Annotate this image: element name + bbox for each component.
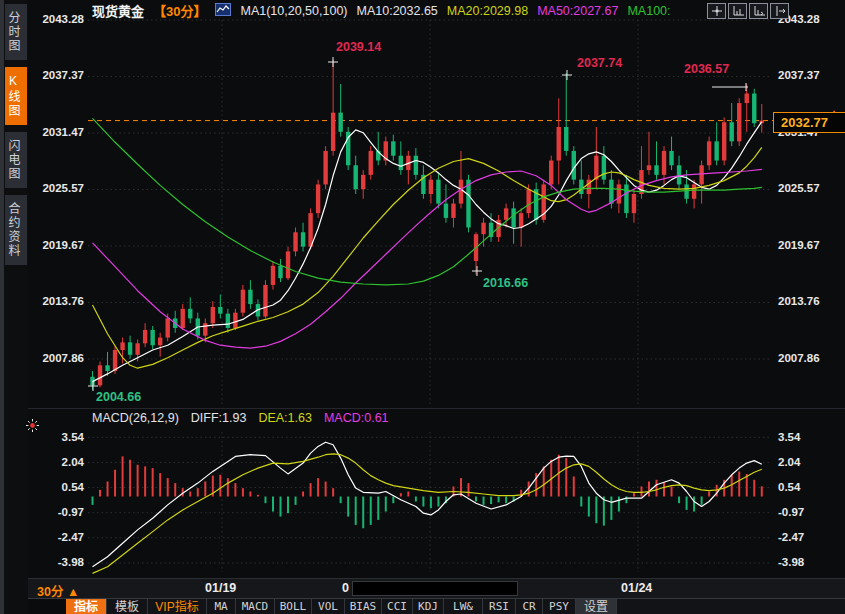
macd-axis-label-left: -0.97 <box>34 506 84 518</box>
price-axis-label-left: 2007.86 <box>34 352 84 364</box>
high-annotation: 2039.14 <box>336 40 381 54</box>
tab-rsi[interactable]: RSI <box>483 599 516 614</box>
sidebar-item-kline-chart[interactable]: K线图 <box>5 67 27 125</box>
chart-toolbar <box>707 3 789 19</box>
tab-indicator[interactable]: 指标 <box>66 599 107 614</box>
panel-divider <box>28 408 845 409</box>
date-label: 01/24 <box>621 581 652 595</box>
macd-axis-label-left: -2.47 <box>34 531 84 543</box>
low-annotation: 2004.66 <box>96 390 141 404</box>
macd-axis-label-left: 2.04 <box>34 456 84 468</box>
sidebar: 分时图 K线图 闪电图 合约资料 <box>0 0 28 614</box>
axis-pan-icon[interactable] <box>749 3 768 19</box>
tab-cci[interactable]: CCI <box>382 599 413 614</box>
sidebar-item-time-chart[interactable]: 分时图 <box>5 4 27 60</box>
macd-axis-label-right: 3.54 <box>778 431 828 443</box>
price-axis-label-left: 2031.47 <box>34 126 84 138</box>
chart-canvas[interactable] <box>0 0 845 614</box>
tab-bias[interactable]: BIAS <box>345 599 382 614</box>
macd-dea-value: DEA:1.63 <box>258 411 312 425</box>
macd-axis-label-left: 3.54 <box>34 431 84 443</box>
crosshair-icon[interactable] <box>707 3 726 19</box>
time-axis-bar: 30分 ▲ 01/19 0 01/24 <box>28 578 845 598</box>
tab-vol[interactable]: VOL <box>312 599 345 614</box>
ma10-value: MA10:2032.65 <box>357 4 438 18</box>
macd-diff-value: DIFF:1.93 <box>191 411 247 425</box>
price-axis-label-left: 2037.37 <box>34 69 84 81</box>
tab-vip-indicator[interactable]: VIP指标 <box>148 599 207 614</box>
scrollbar-thumb[interactable] <box>352 581 518 596</box>
macd-header: MACD(26,12,9) DIFF:1.93 DEA:1.63 MACD:0.… <box>92 411 389 425</box>
app-window: 分时图 K线图 闪电图 合约资料 现货黄金 【30分】 MA1(10,20,50… <box>0 0 845 614</box>
price-axis-label-left: 2019.67 <box>34 239 84 251</box>
macd-axis-label-right: -0.97 <box>778 506 828 518</box>
chart-header: 现货黄金 【30分】 MA1(10,20,50,100) MA10:2032.6… <box>92 2 671 19</box>
low-annotation: 2016.66 <box>483 276 528 290</box>
ma20-value: MA20:2029.98 <box>447 4 528 18</box>
price-axis-label-left: 2043.28 <box>34 13 84 25</box>
macd-axis-label-left: -3.98 <box>34 556 84 568</box>
ma50-value: MA50:2027.67 <box>537 4 618 18</box>
sidebar-item-lightning-chart[interactable]: 闪电图 <box>5 132 27 188</box>
price-axis-label-right: 2025.57 <box>778 182 828 194</box>
macd-axis-label-right: 0.54 <box>778 481 828 493</box>
tabbar-spacer <box>28 599 66 614</box>
line-chart-icon <box>215 3 231 19</box>
indicator-cycle-icon[interactable] <box>25 418 40 437</box>
last-price-box: 2032.77 <box>773 112 845 133</box>
macd-axis-label-left: 0.54 <box>34 481 84 493</box>
high-annotation: 2037.74 <box>577 56 622 70</box>
tab-settings[interactable]: 设置 <box>576 599 617 614</box>
price-axis-label-left: 2013.76 <box>34 295 84 307</box>
macd-axis-label-right: -3.98 <box>778 556 828 568</box>
ma-settings-label: MA1(10,20,50,100) <box>240 4 347 18</box>
tab-ma[interactable]: MA <box>207 599 236 614</box>
macd-axis-label-right: 2.04 <box>778 456 828 468</box>
macd-axis-label-right: -2.47 <box>778 531 828 543</box>
indicator-tab-bar: 指标 模板 VIP指标 MA MACD BOLL VOL BIAS CCI KD… <box>28 598 845 614</box>
sidebar-item-contract-info[interactable]: 合约资料 <box>5 195 27 265</box>
axis-scale-icon[interactable] <box>728 3 747 19</box>
tab-kdj[interactable]: KDJ <box>413 599 444 614</box>
tab-lwr[interactable]: LW& <box>444 599 483 614</box>
price-axis-label-right: 2013.76 <box>778 295 828 307</box>
scroll-position-label: 0 <box>342 581 349 595</box>
symbol-title: 现货黄金 <box>92 1 144 20</box>
macd-params-label: MACD(26,12,9) <box>92 411 179 425</box>
price-axis-label-left: 2025.57 <box>34 182 84 194</box>
tab-psy[interactable]: PSY <box>543 599 576 614</box>
tab-cr[interactable]: CR <box>516 599 543 614</box>
period-label: 【30分】 <box>153 1 206 20</box>
high-annotation: 2036.57 <box>684 62 729 76</box>
tab-template[interactable]: 模板 <box>107 599 148 614</box>
sidebar-strip <box>0 0 4 614</box>
pane-collapse-icon[interactable] <box>770 3 789 19</box>
date-label: 01/19 <box>205 581 236 595</box>
price-axis-label-right: 2037.37 <box>778 69 828 81</box>
price-axis-label-right: 2007.86 <box>778 352 828 364</box>
macd-hist-value: MACD:0.61 <box>324 411 389 425</box>
tab-boll[interactable]: BOLL <box>275 599 312 614</box>
tab-macd[interactable]: MACD <box>236 599 275 614</box>
ma100-value: MA100: <box>627 4 670 18</box>
price-axis-label-right: 2019.67 <box>778 239 828 251</box>
